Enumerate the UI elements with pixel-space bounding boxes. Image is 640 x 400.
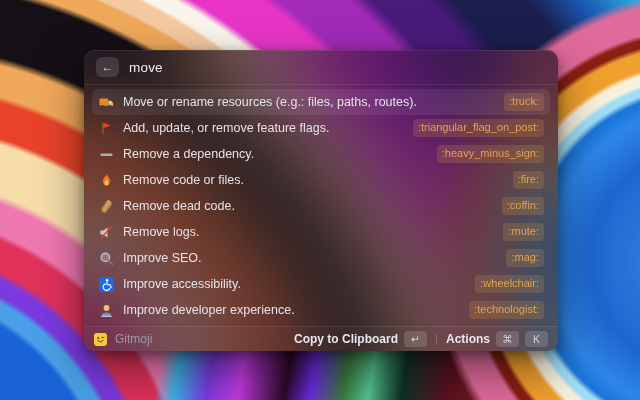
result-row[interactable]: Improve accessibility. :wheelchair: <box>92 271 550 297</box>
heavy-minus-icon <box>98 147 114 162</box>
app-name: Gitmoji <box>115 332 152 346</box>
result-emoji-code: :mag: <box>506 249 544 267</box>
k-key: K <box>525 331 548 347</box>
result-emoji-code: :technologist: <box>469 301 544 319</box>
cmd-key-icon: ⌘ <box>496 331 519 347</box>
result-title: Improve SEO. <box>123 251 202 265</box>
result-title: Remove a dependency. <box>123 147 254 161</box>
results-list: Move or rename resources (e.g.: files, p… <box>84 85 558 326</box>
wheelchair-icon <box>98 277 114 292</box>
technologist-icon <box>98 303 114 318</box>
fire-icon <box>98 173 114 188</box>
actions-button[interactable]: Actions <box>446 332 490 346</box>
result-title: Add, update, or remove feature flags. <box>123 121 329 135</box>
launcher-window: ← move Move or rename resources (e.g.: f… <box>84 50 558 351</box>
back-button[interactable]: ← <box>96 57 119 77</box>
result-emoji-code: :fire: <box>513 171 544 189</box>
result-row[interactable]: Remove dead code. :coffin: <box>92 193 550 219</box>
result-row[interactable]: Add, update, or remove feature flags. :t… <box>92 115 550 141</box>
return-key-icon: ↵ <box>404 331 427 347</box>
gitmoji-logo-icon <box>94 333 107 346</box>
result-title: Remove logs. <box>123 225 199 239</box>
primary-action-button[interactable]: Copy to Clipboard <box>294 332 398 346</box>
truck-icon <box>98 95 114 110</box>
result-row[interactable]: Remove code or files. :fire: <box>92 167 550 193</box>
search-input[interactable]: move <box>129 60 163 75</box>
result-row[interactable]: Move or rename resources (e.g.: files, p… <box>92 89 550 115</box>
result-emoji-code: :mute: <box>503 223 544 241</box>
coffin-icon <box>98 199 114 214</box>
triangular-flag-icon <box>98 121 114 136</box>
mag-icon <box>98 251 114 266</box>
search-bar: ← move <box>84 50 558 85</box>
mute-icon <box>98 225 114 240</box>
result-title: Remove dead code. <box>123 199 235 213</box>
result-emoji-code: :truck: <box>504 93 544 111</box>
desktop: ← move Move or rename resources (e.g.: f… <box>0 0 640 400</box>
back-arrow-icon: ← <box>102 60 114 74</box>
result-row[interactable]: Improve developer experience. :technolog… <box>92 297 550 323</box>
result-emoji-code: :coffin: <box>502 197 544 215</box>
result-emoji-code: :wheelchair: <box>475 275 544 293</box>
result-title: Improve developer experience. <box>123 303 295 317</box>
result-emoji-code: :triangular_flag_on_post: <box>413 119 544 137</box>
footer-actions: Copy to Clipboard ↵ Actions ⌘ K <box>294 331 548 347</box>
result-row[interactable]: Remove logs. :mute: <box>92 219 550 245</box>
result-row[interactable]: Remove a dependency. :heavy_minus_sign: <box>92 141 550 167</box>
result-title: Move or rename resources (e.g.: files, p… <box>123 95 417 109</box>
result-title: Remove code or files. <box>123 173 244 187</box>
footer-bar: Gitmoji Copy to Clipboard ↵ Actions ⌘ K <box>84 326 558 351</box>
footer-divider <box>436 334 437 345</box>
result-emoji-code: :heavy_minus_sign: <box>437 145 544 163</box>
result-row[interactable]: Improve SEO. :mag: <box>92 245 550 271</box>
result-title: Improve accessibility. <box>123 277 241 291</box>
